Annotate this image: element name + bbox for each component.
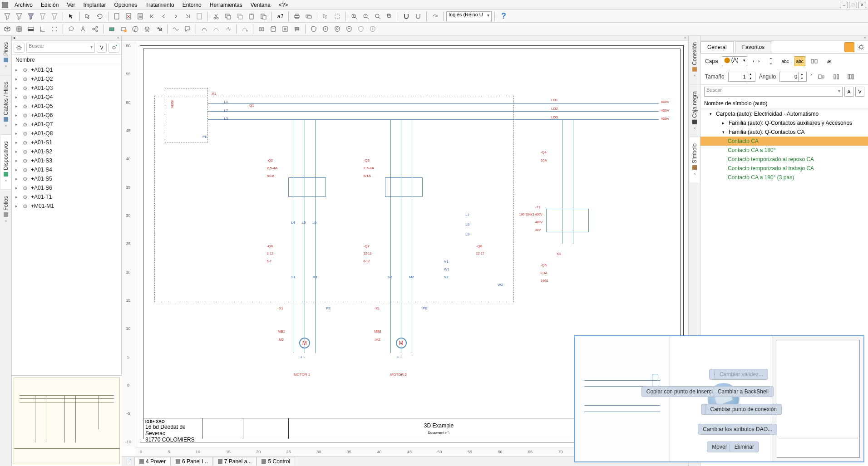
devices-search-input[interactable]: Buscar (26, 43, 95, 53)
wire4-icon[interactable] (239, 24, 250, 34)
menu-entorno[interactable]: Entorno (179, 1, 205, 9)
refresh-icon[interactable] (94, 11, 105, 22)
paste-icon[interactable] (246, 11, 257, 22)
vtab-cables[interactable]: ×Cables / Hilos (1, 75, 11, 134)
vtab-folios[interactable]: ×Folios (1, 189, 11, 230)
db-icon[interactable] (268, 24, 279, 34)
menu-edicion[interactable]: Edición (37, 1, 62, 9)
mirror-h-icon[interactable] (751, 56, 762, 66)
tool-filter4-icon[interactable] (37, 11, 48, 22)
menu-tratamiento[interactable]: Tratamiento (142, 1, 178, 9)
capa-combo[interactable]: ⬤ (A) (722, 56, 747, 66)
language-combo[interactable]: Inglés (Reino U (446, 11, 492, 21)
device-item[interactable]: ▸⚙+A01-Q4 (12, 93, 121, 102)
device-item[interactable]: ▸⚙+A01-S2 (12, 147, 121, 156)
shield3-icon[interactable] (332, 24, 343, 34)
wave-icon[interactable] (170, 24, 181, 34)
symbol-item[interactable]: Contacto CA a 180° (700, 146, 868, 155)
align-icon[interactable] (809, 56, 820, 66)
select-icon[interactable] (83, 11, 94, 22)
v-filter-button[interactable]: V (97, 43, 107, 53)
close-button[interactable]: × (858, 2, 866, 8)
devices-tree[interactable]: ▸⚙+A01-Q1 ▸⚙+A01-Q2 ▸⚙+A01-Q3 ▸⚙+A01-Q4 … (12, 65, 121, 375)
wire3-icon[interactable] (222, 24, 233, 34)
tool-filter3-icon[interactable] (25, 11, 36, 22)
italic-a-icon[interactable]: ᵢa (824, 56, 834, 66)
panel-options-icon[interactable] (856, 42, 866, 52)
text-abc-icon[interactable]: abc (780, 56, 791, 66)
page-close-icon[interactable] (123, 11, 134, 22)
symbol-item[interactable]: Contacto temporizado al trabajo CA (700, 164, 868, 173)
sheet-tab[interactable]: 4 Power (134, 457, 171, 466)
copy-icon[interactable] (222, 11, 233, 22)
device-item[interactable]: ▸⚙+A01-S1 (12, 138, 121, 147)
text-abc-hl-icon[interactable]: abc (794, 56, 805, 66)
layers-icon[interactable] (142, 24, 153, 34)
sheet-tab[interactable]: 6 Panel l... (171, 457, 213, 466)
zoom-in-icon[interactable] (360, 11, 371, 22)
vtab-simbolo[interactable]: ×Símbolo (690, 137, 700, 182)
angulo-spinner[interactable]: ▲▼ (779, 72, 807, 82)
tool-filter5-icon[interactable] (49, 11, 60, 22)
ctx-cambiar-dao-button[interactable]: Cambiar los atributos DAO... (698, 424, 777, 435)
device-item[interactable]: ▸⚙+A01-Q1 (12, 65, 121, 74)
panel-icon[interactable] (25, 24, 36, 34)
ctx-eliminar-button[interactable]: Eliminar (730, 441, 759, 452)
info-icon[interactable]: i (130, 24, 141, 34)
device-item[interactable]: ▸⚙+A01-Q7 (12, 120, 121, 129)
copy2-icon[interactable] (234, 11, 245, 22)
device-item[interactable]: ▸⚙+A01-S3 (12, 156, 121, 165)
mirror-v-icon[interactable] (765, 56, 776, 66)
device-item[interactable]: ▸⚙+A01-T1 (12, 192, 121, 201)
device-item[interactable]: ▸⚙+M01-M1 (12, 201, 121, 211)
menu-archivo[interactable]: Archivo (11, 1, 36, 9)
view-3d-icon[interactable] (2, 24, 13, 34)
cursor3-icon[interactable] (332, 11, 343, 22)
zoom-fit-icon[interactable] (349, 11, 360, 22)
sheet-tab[interactable]: 5 Control (256, 457, 295, 466)
symbol-item[interactable]: Contacto CA (700, 137, 868, 146)
device-item[interactable]: ▸⚙+A01-Q2 (12, 74, 121, 83)
cursor2-icon[interactable] (320, 11, 331, 22)
nav-first-icon[interactable] (147, 11, 158, 22)
magnet-icon[interactable] (401, 11, 412, 22)
axes-icon[interactable] (37, 24, 48, 34)
zoom-window-icon[interactable] (384, 11, 395, 22)
tool-filter1-icon[interactable] (2, 11, 13, 22)
bars-icon[interactable] (831, 72, 842, 82)
menu-help-placeholder[interactable]: <?> (275, 1, 292, 9)
help-icon[interactable]: ? (498, 11, 510, 21)
symbol-item[interactable]: Contacto CA a 180° (3 pas) (700, 173, 868, 182)
shield6-icon[interactable] (367, 24, 378, 34)
cursor-icon[interactable] (66, 11, 77, 22)
nav-next-icon[interactable] (170, 11, 181, 22)
bars2-icon[interactable] (845, 72, 856, 82)
layer1-icon[interactable] (106, 24, 117, 34)
page-icon[interactable] (111, 11, 122, 22)
person-icon[interactable] (78, 24, 89, 34)
redo-icon[interactable] (429, 11, 440, 22)
list-icon[interactable] (280, 24, 291, 34)
shield5-icon[interactable] (355, 24, 366, 34)
device-item[interactable]: ▸⚙+A01-S5 (12, 174, 121, 183)
device-item[interactable]: ▸⚙+A01-Q6 (12, 111, 121, 120)
menu-ver[interactable]: Ver (63, 1, 79, 9)
ctx-cambiar-backshell-button[interactable]: Cambiar a BackShell (713, 386, 774, 397)
magnet2-icon[interactable] (413, 11, 424, 22)
text-a-icon[interactable]: ᵃa (153, 24, 164, 34)
preview-thumbnail[interactable] (14, 378, 120, 464)
shield1-icon[interactable] (308, 24, 319, 34)
ctx-mover-button[interactable]: Mover (707, 441, 732, 452)
ctx-copiar-punto-button[interactable]: Copiar con punto de inserción (641, 386, 724, 397)
vtab-dispositivos[interactable]: ×Dispositivos (1, 134, 11, 189)
menu-herramientas[interactable]: Herramientas (206, 1, 246, 9)
device-item[interactable]: ▸⚙+A01-Q8 (12, 129, 121, 138)
device-item[interactable]: ▸⚙+A01-S6 (12, 183, 121, 192)
shield4-icon[interactable] (344, 24, 355, 34)
menu-ventana[interactable]: Ventana (247, 1, 274, 9)
panel-add-icon[interactable] (108, 43, 119, 53)
ctx-cambiar-validez-button[interactable]: Cambiar validez... (715, 369, 768, 380)
comment-icon[interactable] (182, 24, 193, 34)
wire2-icon[interactable] (211, 24, 222, 34)
device-item[interactable]: ▸⚙+A01-S4 (12, 165, 121, 174)
